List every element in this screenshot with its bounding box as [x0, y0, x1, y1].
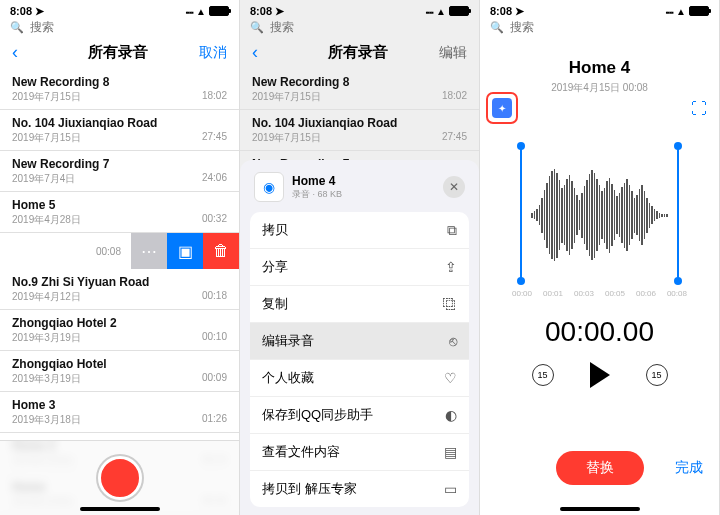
edit-button[interactable]: 编辑 — [433, 44, 467, 62]
nav-bar: ‹ 所有录音 编辑 — [240, 38, 479, 69]
sheet-action[interactable]: 复制⿻ — [250, 286, 469, 323]
location-icon: ➤ — [35, 5, 44, 17]
screen-share-sheet: 8:08 ➤ 🔍 ‹ 所有录音 编辑 New Recording 82019年7… — [240, 0, 480, 515]
delete-button[interactable]: 🗑 — [203, 233, 239, 269]
recording-row[interactable]: No.9 Zhi Si Yiyuan Road2019年4月12日00:18 — [0, 269, 239, 310]
sheet-action[interactable]: 保存到QQ同步助手◐ — [250, 397, 469, 434]
search-icon: 🔍 — [250, 21, 264, 34]
back-button[interactable]: ‹ — [252, 42, 282, 63]
home-indicator[interactable] — [80, 507, 160, 511]
sheet-action[interactable]: 个人收藏♡ — [250, 360, 469, 397]
move-button[interactable]: ▣ — [167, 233, 203, 269]
page-title: 所有录音 — [88, 43, 148, 62]
swiped-row: 00:08 ⋯ ▣ 🗑 — [0, 233, 239, 269]
record-button[interactable] — [98, 456, 142, 500]
search-icon: 🔍 — [10, 21, 24, 34]
done-button[interactable]: 完成 — [675, 459, 703, 477]
swiped-duration: 00:08 — [0, 233, 131, 269]
search-input[interactable] — [30, 20, 229, 34]
screen-edit-recording: 8:08 ➤ 🔍 Home 4 2019年4月15日 00:08 ✦ ⛶ 00:… — [480, 0, 720, 515]
file-icon: ◉ — [254, 172, 284, 202]
screen-recordings-list: 8:08 ➤ 🔍 ‹ 所有录音 取消 New Recording 82019年7… — [0, 0, 240, 515]
recording-row[interactable]: New Recording 82019年7月15日18:02 — [0, 69, 239, 110]
trim-handle-start[interactable] — [520, 146, 522, 281]
sheet-action[interactable]: 拷贝到 解压专家▭ — [250, 471, 469, 507]
skip-forward-button[interactable]: 15 — [646, 364, 668, 386]
sheet-action[interactable]: 编辑录音⎋ — [250, 323, 469, 360]
timer: 00:00.00 — [480, 316, 719, 348]
share-sheet: ◉ Home 4 录音 · 68 KB ✕ 拷贝⧉分享⇪复制⿻编辑录音⎋个人收藏… — [240, 160, 479, 515]
crop-icon[interactable]: ⛶ — [691, 100, 707, 118]
waveform[interactable]: 00:0000:0100:0300:0500:0600:08 — [492, 146, 707, 306]
recording-date: 2019年4月15日 00:08 — [480, 81, 719, 95]
back-button[interactable]: ‹ — [12, 42, 42, 63]
close-button[interactable]: ✕ — [443, 176, 465, 198]
play-button[interactable] — [590, 362, 610, 388]
recording-row[interactable]: Zhongqiao Hotel 22019年3月19日00:10 — [0, 310, 239, 351]
record-bar — [0, 440, 239, 515]
search-bar[interactable]: 🔍 — [240, 18, 479, 38]
app-highlight[interactable]: ✦ — [486, 92, 518, 124]
search-bar[interactable]: 🔍 — [480, 18, 719, 38]
nav-bar: ‹ 所有录音 取消 — [0, 38, 239, 69]
page-title: 所有录音 — [328, 43, 388, 62]
sheet-subtitle: 录音 · 68 KB — [292, 188, 342, 201]
sheet-action[interactable]: 拷贝⧉ — [250, 212, 469, 249]
recording-title: Home 4 — [480, 58, 719, 78]
sheet-action[interactable]: 分享⇪ — [250, 249, 469, 286]
wifi-icon — [196, 5, 206, 17]
more-button[interactable]: ⋯ — [131, 233, 167, 269]
recording-row[interactable]: New Recording 72019年7月4日24:06 — [0, 151, 239, 192]
recording-row[interactable]: No. 104 Jiuxianqiao Road2019年7月15日27:45 — [0, 110, 239, 151]
recording-row[interactable]: New Recording 82019年7月15日18:02 — [240, 69, 479, 110]
sheet-title: Home 4 — [292, 174, 342, 188]
search-bar[interactable]: 🔍 — [0, 18, 239, 38]
trim-handle-end[interactable] — [677, 146, 679, 281]
recording-row[interactable]: No. 104 Jiuxianqiao Road2019年7月15日27:45 — [240, 110, 479, 151]
cancel-button[interactable]: 取消 — [193, 44, 227, 62]
battery-icon — [209, 6, 229, 16]
replace-button[interactable]: 替换 — [556, 451, 644, 485]
search-input[interactable] — [270, 20, 469, 34]
status-bar: 8:08 ➤ — [240, 0, 479, 18]
search-input[interactable] — [510, 20, 709, 34]
signal-icon — [186, 5, 193, 17]
recording-row[interactable]: Home 32019年3月18日01:26 — [0, 392, 239, 433]
home-indicator[interactable] — [560, 507, 640, 511]
status-bar: 8:08 ➤ — [0, 0, 239, 18]
sheet-action[interactable]: 查看文件内容▤ — [250, 434, 469, 471]
recording-row[interactable]: Zhongqiao Hotel2019年3月19日00:09 — [0, 351, 239, 392]
status-bar: 8:08 ➤ — [480, 0, 719, 18]
recording-row[interactable]: Home 52019年4月28日00:32 — [0, 192, 239, 233]
skip-back-button[interactable]: 15 — [532, 364, 554, 386]
